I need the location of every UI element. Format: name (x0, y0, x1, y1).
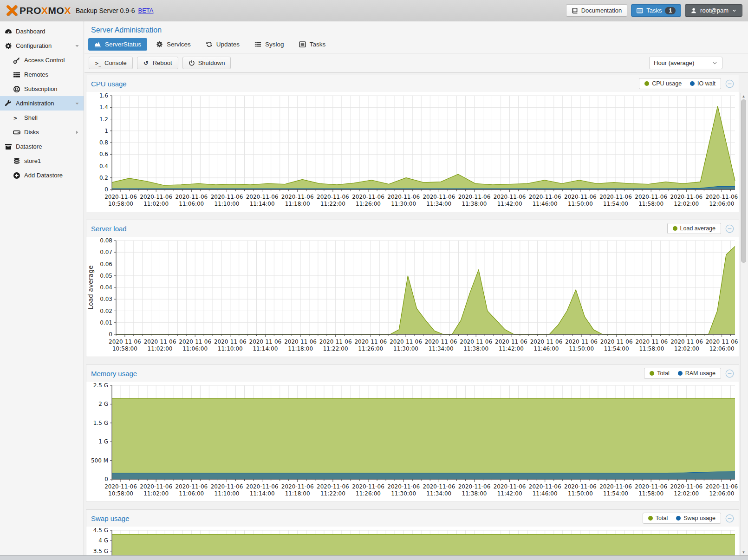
chart-legend: TotalRAM usage (644, 368, 721, 379)
undo-icon: ↺ (143, 60, 150, 66)
time-range-select[interactable]: Hour (average) (649, 57, 722, 69)
legend-dot-icon (676, 516, 681, 521)
legend-item-load-average: Load average (673, 225, 715, 232)
tab-services[interactable]: Services (150, 38, 197, 51)
svg-text:0.8: 0.8 (99, 139, 108, 146)
sidebar-item-dashboard[interactable]: Dashboard (0, 24, 84, 39)
sidebar-item-label: Shell (24, 114, 38, 121)
tab-serverstatus[interactable]: ServerStatus (88, 38, 147, 51)
svg-text:11:50:00: 11:50:00 (568, 490, 593, 497)
chart-plot-area: 0500 M1 G1.5 G2 G2.5 G3 G3.5 G4 G4.5 G20… (86, 527, 739, 555)
svg-text:0.02: 0.02 (100, 308, 112, 314)
svg-text:11:02:00: 11:02:00 (148, 345, 173, 352)
sidebar-item-remotes[interactable]: Remotes (0, 67, 84, 82)
tab-label: Tasks (310, 41, 326, 48)
svg-text:11:22:00: 11:22:00 (320, 490, 345, 497)
svg-text:11:26:00: 11:26:00 (358, 345, 383, 352)
legend-dot-icon (648, 516, 653, 521)
svg-text:2020-11-06: 2020-11-06 (670, 483, 702, 490)
svg-text:11:14:00: 11:14:00 (253, 345, 278, 352)
collapse-chart-icon[interactable] (725, 224, 734, 233)
svg-text:2020-11-06: 2020-11-06 (284, 339, 317, 345)
svg-text:2.5 G: 2.5 G (93, 382, 108, 389)
chart-plot-area: 00.010.020.030.040.050.060.070.082020-11… (86, 237, 739, 357)
svg-text:11:30:00: 11:30:00 (391, 201, 416, 207)
sidebar-item-subscription[interactable]: Subscription (0, 82, 84, 96)
svg-text:↺: ↺ (143, 60, 148, 66)
sidebar-item-datastore[interactable]: Datastore (0, 139, 84, 154)
svg-text:11:02:00: 11:02:00 (143, 201, 169, 207)
shutdown-button[interactable]: Shutdown (182, 57, 231, 69)
sidebar-item-label: Administration (16, 100, 54, 107)
svg-text:0.4: 0.4 (99, 163, 108, 169)
legend-item-cpu-usage: CPU usage (644, 80, 682, 87)
box-icon (5, 143, 12, 150)
user-menu-button[interactable]: root@pam (685, 4, 742, 17)
svg-text:11:38:00: 11:38:00 (462, 201, 487, 207)
sidebar-item-disks[interactable]: Disks (0, 125, 84, 139)
documentation-button[interactable]: Documentation (566, 4, 627, 17)
scroll-up-arrow[interactable]: ▲ (741, 93, 747, 99)
sidebar-item-configuration[interactable]: Configuration (0, 39, 84, 53)
scrollbar-thumb[interactable] (741, 99, 746, 263)
tab-syslog[interactable]: Syslog (248, 38, 290, 51)
svg-text:2020-11-06: 2020-11-06 (670, 339, 703, 345)
svg-text:11:58:00: 11:58:00 (638, 201, 663, 207)
svg-text:2020-11-06: 2020-11-06 (635, 483, 667, 490)
svg-text:1: 1 (104, 128, 108, 134)
svg-text:12:06:00: 12:06:00 (709, 345, 735, 352)
svg-text:0.01: 0.01 (100, 319, 112, 326)
svg-text:2020-11-06: 2020-11-06 (214, 339, 247, 345)
list-icon (254, 41, 261, 48)
sidebar-item-store1[interactable]: store1 (0, 154, 84, 168)
chart-panel-memory-usage: Memory usageTotalRAM usage0500 M1 G1.5 G… (86, 365, 739, 502)
svg-text:2020-11-06: 2020-11-06 (495, 339, 527, 345)
sidebar-item-access-control[interactable]: Access Control (0, 53, 84, 67)
svg-text:11:42:00: 11:42:00 (497, 201, 522, 207)
reboot-button[interactable]: ↺Reboot (137, 57, 178, 69)
tab-tasks[interactable]: Tasks (293, 38, 332, 51)
sidebar-item-administration[interactable]: Administration (0, 96, 84, 111)
caret-down-icon (74, 43, 80, 49)
svg-text:11:42:00: 11:42:00 (499, 345, 524, 352)
svg-text:11:06:00: 11:06:00 (179, 490, 204, 497)
svg-text:11:02:00: 11:02:00 (143, 490, 169, 497)
svg-text:2020-11-06: 2020-11-06 (246, 483, 279, 490)
svg-text:0.07: 0.07 (100, 249, 112, 255)
svg-text:2020-11-06: 2020-11-06 (564, 483, 597, 490)
svg-text:11:18:00: 11:18:00 (288, 345, 313, 352)
charts-area: CPU usageCPU usageIO wait00.20.40.60.811… (85, 73, 748, 555)
console-button[interactable]: >_Console (89, 57, 133, 69)
svg-text:2020-11-06: 2020-11-06 (706, 194, 738, 200)
svg-text:2020-11-06: 2020-11-06 (635, 194, 667, 200)
tab-updates[interactable]: Updates (200, 38, 246, 51)
legend-dot-icon (650, 371, 654, 376)
beta-link[interactable]: BETA (138, 7, 154, 14)
svg-text:2020-11-06: 2020-11-06 (104, 483, 137, 490)
sidebar-item-add-datastore[interactable]: Add Datastore (0, 168, 84, 182)
chart-panel-header: Server loadLoad average (86, 220, 739, 237)
svg-text:2020-11-06: 2020-11-06 (706, 483, 738, 490)
page-title: Server Administration (85, 21, 748, 38)
chart-title: Server load (91, 225, 127, 233)
chart-panel-header: Memory usageTotalRAM usage (86, 365, 739, 382)
svg-text:11:22:00: 11:22:00 (320, 201, 345, 207)
svg-text:11:54:00: 11:54:00 (604, 345, 629, 352)
vertical-scrollbar[interactable]: ▲ ▼ (740, 93, 747, 555)
svg-text:2020-11-06: 2020-11-06 (140, 194, 172, 200)
svg-text:2020-11-06: 2020-11-06 (458, 194, 491, 200)
legend-dot-icon (644, 81, 649, 86)
sidebar-item-label: Remotes (24, 71, 48, 78)
tasks-button[interactable]: Tasks 1 (631, 4, 681, 17)
sidebar-item-label: Add Datastore (24, 172, 63, 179)
chart-plot-area: 0500 M1 G1.5 G2 G2.5 G2020-11-0610:58:00… (86, 382, 739, 501)
sidebar-item-shell[interactable]: >_Shell (0, 111, 84, 125)
collapse-chart-icon[interactable] (725, 514, 734, 523)
svg-text:2020-11-06: 2020-11-06 (460, 339, 492, 345)
proxmox-wordmark: PROXMOX (20, 5, 71, 16)
svg-text:11:34:00: 11:34:00 (426, 490, 451, 497)
scroll-down-arrow[interactable]: ▼ (741, 549, 747, 555)
collapse-chart-icon[interactable] (725, 79, 734, 88)
collapse-chart-icon[interactable] (725, 369, 734, 378)
listalt-icon (299, 41, 306, 48)
